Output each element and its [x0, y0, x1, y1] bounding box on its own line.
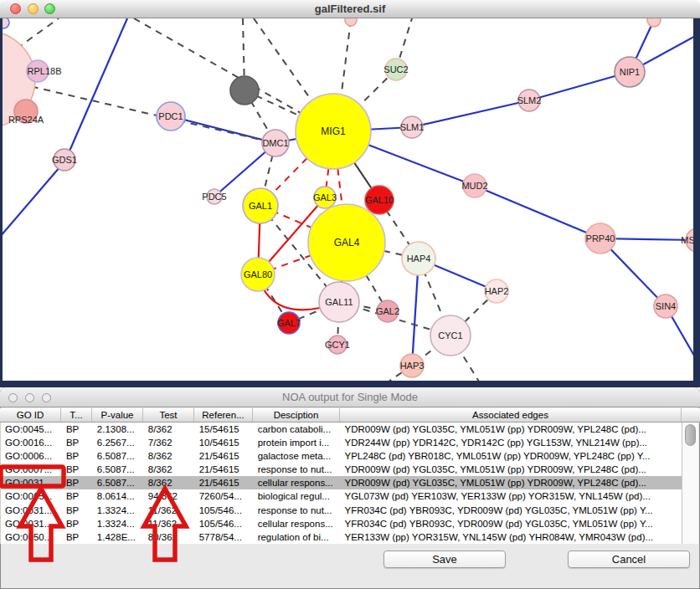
window-frame: [693, 18, 700, 387]
node-label-hap4: HAP4: [407, 254, 431, 264]
table-row[interactable]: GO:0007...BP6.5087...8/36221/54615respon…: [1, 463, 682, 476]
cell-edges: YGL073W (pd) YER103W, YER133W (pp) YOR31…: [341, 489, 682, 503]
node-label-prp40: PRP40: [586, 233, 615, 243]
node-label-sin4: SIN4: [656, 301, 676, 311]
node-label-gal2: GAL2: [376, 306, 399, 316]
cell-reference: 21/54615: [195, 476, 254, 489]
scrollbar-thumb[interactable]: [685, 424, 696, 446]
cell-reference: 105/546...: [195, 504, 254, 517]
cell-p-value: 6.5087...: [93, 476, 144, 489]
cell-description: response to nut...: [254, 504, 341, 517]
node-label-gal7: GAL7: [277, 318, 301, 328]
cell-reference: 105/546...: [195, 517, 254, 530]
cell-go-id: GO:0031...: [1, 517, 62, 530]
table-row[interactable]: GO:0045...BP2.1308...8/36215/54615carbon…: [1, 423, 682, 436]
cell-description: biological regul...: [254, 489, 341, 503]
cell-p-value: 2.1308...: [93, 423, 144, 436]
screen: galFiltered.sif RPL18BRPS24AGDS1PDC1DMC1…: [0, 0, 700, 589]
vertical-scrollbar[interactable]: [682, 423, 698, 544]
cell-p-value: 8.0614...: [93, 489, 144, 503]
cell-type: BP: [62, 517, 93, 530]
cell-edges: YDR009W (pd) YGL035C, YML051W (pp) YDR00…: [341, 423, 682, 436]
cell-go-id: GO:0045...: [1, 423, 62, 436]
cell-edges: YER133W (pp) YOR315W, YNL145W (pd) YHR08…: [341, 530, 682, 544]
column-header-go-id[interactable]: GO ID: [0, 408, 61, 422]
cell-test: 94/362: [144, 489, 195, 503]
node-label-gcy1: GCY1: [325, 340, 350, 350]
node-label-gal10: GAL10: [365, 195, 394, 205]
save-button[interactable]: Save: [383, 551, 506, 568]
node-label-hap3: HAP3: [400, 361, 425, 371]
table-row[interactable]: GO:0006...BP6.5087...8/36221/54615galact…: [1, 449, 682, 463]
cell-go-id: GO:0031...: [1, 476, 62, 489]
table-row[interactable]: GO:0050...BP1.428E...80/3625778/54...reg…: [1, 530, 682, 544]
cancel-button[interactable]: Cancel: [568, 551, 690, 568]
node-label-gal3: GAL3: [313, 192, 337, 202]
cell-type: BP: [62, 504, 93, 517]
node-label-rpl18b: RPL18B: [28, 66, 62, 76]
cell-description: galactose meta...: [254, 449, 341, 463]
table-row[interactable]: GO:0031...BP6.5087...8/36221/54615cellul…: [1, 476, 682, 489]
window-frame: [0, 381, 700, 387]
column-header-t-[interactable]: T...: [61, 408, 92, 422]
cell-type: BP: [62, 476, 93, 489]
table-row[interactable]: GO:0065...BP8.0614...94/3627260/54...bio…: [1, 489, 682, 503]
cell-reference: 21/54615: [195, 449, 254, 463]
cell-p-value: 1.3324...: [93, 504, 144, 517]
cell-go-id: GO:0031...: [1, 504, 62, 517]
network-titlebar[interactable]: galFiltered.sif: [0, 0, 700, 18]
table-row[interactable]: GO:0031...BP1.3324...11/362105/546...cel…: [1, 517, 682, 530]
column-header-desciption[interactable]: Desciption: [253, 408, 340, 422]
cell-test: 8/362: [144, 449, 195, 463]
column-header-p-value[interactable]: P-value: [92, 408, 143, 422]
cell-type: BP: [62, 489, 93, 503]
cell-edges: YFR034C (pd) YBR093C, YDR009W (pd) YGL03…: [341, 504, 682, 517]
node-unlabeled[interactable]: [345, 18, 357, 26]
network-edge-gray: [17, 18, 59, 49]
table-row[interactable]: GO:0016...BP6.2567...7/36210/54615protei…: [1, 436, 682, 449]
node-unlabeled[interactable]: [230, 76, 259, 105]
cell-reference: 10/54615: [195, 436, 254, 449]
network-edge-blue: [65, 18, 127, 161]
column-header-associated-edges[interactable]: Associated edges: [340, 408, 682, 422]
node-label-dmc1: DMC1: [262, 138, 288, 148]
column-header-spacer: [682, 408, 700, 422]
network-window-title: galFiltered.sif: [0, 3, 700, 15]
node-label-gal11: GAL11: [325, 297, 353, 307]
cell-type: BP: [62, 530, 93, 544]
network-edge-red: [263, 288, 320, 310]
cell-p-value: 1.3324...: [93, 517, 144, 530]
noa-titlebar[interactable]: NOA output for Single Mode: [0, 387, 700, 407]
column-header-test[interactable]: Test: [143, 408, 194, 422]
cell-description: cellular respons...: [254, 476, 341, 489]
noa-window: NOA output for Single Mode GO IDT...P-va…: [0, 387, 700, 589]
node-unlabeled[interactable]: [647, 18, 661, 27]
column-header-referen-[interactable]: Referen...: [194, 408, 253, 422]
cell-reference: 5778/54...: [195, 530, 254, 544]
noa-window-title: NOA output for Single Mode: [0, 391, 700, 403]
network-edge-blue: [412, 100, 529, 127]
cell-type: BP: [62, 423, 93, 436]
network-canvas[interactable]: RPL18BRPS24AGDS1PDC1DMC1MIG1SUC2SLM1SLM2…: [0, 18, 700, 387]
cell-description: regulation of bi...: [254, 530, 341, 544]
cell-edges: YDR244W (pp) YDR142C, YDR142C (pp) YGL15…: [341, 436, 682, 449]
cell-edges: YPL248C (pd) YBR018C, YML051W (pp) YDR00…: [341, 449, 682, 463]
node-label-hap2: HAP2: [485, 286, 509, 296]
table-row[interactable]: GO:0031...BP1.3324...11/362105/546...res…: [1, 504, 682, 517]
node-label-slm2: SLM2: [517, 95, 542, 105]
cell-description: carbon cataboli...: [254, 423, 341, 436]
cell-go-id: GO:0007...: [1, 463, 62, 476]
cell-type: BP: [62, 436, 93, 449]
cell-go-id: GO:0065...: [1, 489, 62, 503]
cell-p-value: 6.2567...: [93, 436, 144, 449]
network-window: galFiltered.sif RPL18BRPS24AGDS1PDC1DMC1…: [0, 0, 700, 387]
node-label-nip1: NIP1: [620, 67, 640, 77]
cell-edges: YDR009W (pd) YGL035C, YML051W (pp) YDR00…: [341, 476, 682, 489]
node-label-mig1: MIG1: [321, 125, 346, 137]
cell-test: 7/362: [144, 436, 195, 449]
node-label-mud2: MUD2: [461, 181, 487, 191]
node-label-gds1: GDS1: [52, 155, 77, 165]
cell-description: cellular respons...: [254, 517, 341, 530]
cell-description: protein import i...: [254, 436, 341, 449]
node-label-pdc5: PDC5: [202, 192, 226, 202]
